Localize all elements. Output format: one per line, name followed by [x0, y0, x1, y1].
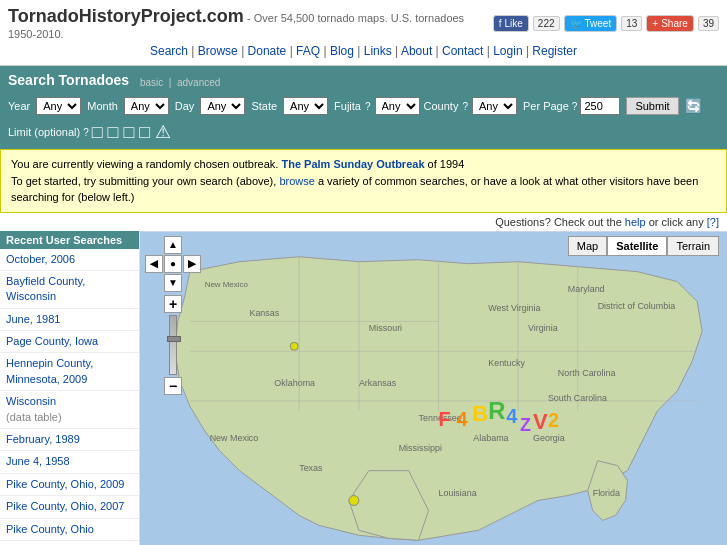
- state-select[interactable]: Any: [283, 97, 328, 115]
- info-line2: To get started, try submitting your own …: [11, 173, 716, 206]
- month-select[interactable]: Any: [124, 97, 169, 115]
- search-item-9[interactable]: Pike County, Ohio, 2009: [0, 474, 139, 496]
- svg-text:Virginia: Virginia: [528, 323, 558, 333]
- help-question-icon[interactable]: [?]: [707, 216, 719, 228]
- svg-text:R: R: [488, 396, 505, 423]
- pan-up-button[interactable]: ▲: [164, 236, 182, 254]
- county-select[interactable]: Any: [472, 97, 517, 115]
- zoom-in-button[interactable]: +: [164, 295, 182, 313]
- per-page-input[interactable]: [580, 97, 620, 115]
- search-item-7[interactable]: February, 1989: [0, 429, 139, 451]
- zoom-out-button[interactable]: −: [164, 377, 182, 395]
- state-label: State: [251, 100, 277, 112]
- per-page-label: Per Page: [523, 100, 569, 112]
- search-item-4[interactable]: Page County, Iowa: [0, 331, 139, 353]
- per-page-section: Per Page ?: [523, 97, 620, 115]
- search-item-1[interactable]: October, 2006: [0, 249, 139, 271]
- search-item-11[interactable]: Pike County, Ohio: [0, 519, 139, 541]
- year-label: Year: [8, 100, 30, 112]
- map-container[interactable]: Map Satellite Terrain: [140, 231, 727, 546]
- share-btn[interactable]: + Share: [646, 15, 694, 32]
- facebook-count: 222: [533, 16, 560, 31]
- twitter-tweet-btn[interactable]: 🐦 Tweet: [564, 15, 618, 32]
- submit-button[interactable]: Submit: [626, 97, 678, 115]
- social-buttons: f Like 222 🐦 Tweet 13 + Share 39: [493, 15, 719, 32]
- fujita-select[interactable]: Any: [375, 97, 420, 115]
- nav-blog[interactable]: Blog: [330, 44, 354, 58]
- search-item-2[interactable]: Bayfield County, Wisconsin: [0, 271, 139, 309]
- share-icon: +: [652, 18, 658, 29]
- zoom-handle[interactable]: [167, 336, 181, 342]
- search-box: Search Tornadoes basic | advanced Year A…: [0, 66, 727, 149]
- limit-icons: □ □ □ □ ⚠: [92, 121, 172, 143]
- svg-text:Kentucky: Kentucky: [488, 358, 525, 368]
- month-label: Month: [87, 100, 118, 112]
- search-basic-link[interactable]: basic: [140, 77, 163, 88]
- map-navigation-controls: ▲ ◀ ● ▶ ▼ + −: [145, 236, 201, 395]
- search-item-3[interactable]: June, 1981: [0, 309, 139, 331]
- nav-contact[interactable]: Contact: [442, 44, 483, 58]
- search-item-8[interactable]: June 4, 1958: [0, 451, 139, 473]
- nav-search[interactable]: Search: [150, 44, 188, 58]
- svg-point-41: [349, 495, 359, 505]
- pan-down-button[interactable]: ▼: [164, 274, 182, 292]
- county-help-icon[interactable]: ?: [462, 101, 468, 112]
- nav-register[interactable]: Register: [532, 44, 577, 58]
- map-type-map[interactable]: Map: [568, 236, 607, 256]
- fujita-help-icon[interactable]: ?: [365, 101, 371, 112]
- fujita-county-group: Fujita ? Any County ? Any: [334, 97, 517, 115]
- fujita-label: Fujita: [334, 100, 361, 112]
- svg-text:North Carolina: North Carolina: [558, 368, 616, 378]
- or-text: or click any: [649, 216, 707, 228]
- pan-right-button[interactable]: ▶: [183, 255, 201, 273]
- search-row: Year Any Month Any Day Any State Any Fuj…: [8, 97, 719, 143]
- search-item-5[interactable]: Hennepin County, Minnesota, 2009: [0, 353, 139, 391]
- nav-faq[interactable]: FAQ: [296, 44, 320, 58]
- day-select[interactable]: Any: [200, 97, 245, 115]
- svg-text:F: F: [438, 407, 450, 429]
- search-item-12[interactable]: July 3, 1996: [0, 541, 139, 545]
- svg-text:Texas: Texas: [299, 462, 323, 472]
- map-area: Map Satellite Terrain: [140, 231, 727, 546]
- sidebar: Recent User Searches October, 2006 Bayfi…: [0, 231, 140, 546]
- twitter-count: 13: [621, 16, 642, 31]
- pan-left-button[interactable]: ◀: [145, 255, 163, 273]
- svg-text:Georgia: Georgia: [533, 432, 565, 442]
- limit-help-icon[interactable]: ?: [83, 127, 89, 138]
- zoom-bar[interactable]: [169, 315, 177, 375]
- svg-text:4: 4: [456, 407, 467, 429]
- questions-bar: Questions? Check out the help or click a…: [0, 213, 727, 231]
- year-select[interactable]: Any: [36, 97, 81, 115]
- svg-text:West Virginia: West Virginia: [488, 303, 540, 313]
- outbreak-link[interactable]: The Palm Sunday Outbreak: [281, 158, 424, 170]
- day-label: Day: [175, 100, 195, 112]
- search-title: Search Tornadoes: [8, 72, 129, 88]
- svg-text:New Mexico: New Mexico: [205, 279, 249, 288]
- nav-donate[interactable]: Donate: [248, 44, 287, 58]
- svg-text:Z: Z: [520, 414, 531, 434]
- limit-section: Limit (optional) ? □ □ □ □ ⚠: [8, 121, 171, 143]
- nav-about[interactable]: About: [401, 44, 432, 58]
- search-item-6[interactable]: Wisconsin(data table): [0, 391, 139, 429]
- help-link[interactable]: help: [625, 216, 646, 228]
- nav-login[interactable]: Login: [493, 44, 522, 58]
- search-item-10[interactable]: Pike County, Ohio, 2007: [0, 496, 139, 518]
- svg-text:District of Columbia: District of Columbia: [598, 301, 676, 311]
- site-title: TornadoHistoryProject.com: [8, 6, 244, 26]
- per-page-help-icon[interactable]: ?: [572, 101, 578, 112]
- map-type-terrain[interactable]: Terrain: [667, 236, 719, 256]
- search-advanced-link[interactable]: advanced: [177, 77, 220, 88]
- browse-link[interactable]: browse: [279, 175, 314, 187]
- county-label: County: [424, 100, 459, 112]
- map-svg: Kansas Missouri West Virginia Virginia M…: [140, 231, 727, 546]
- header-top: TornadoHistoryProject.com - Over 54,500 …: [8, 6, 719, 41]
- nav-links: Search | Browse | Donate | FAQ | Blog | …: [8, 41, 719, 61]
- info-start2: To get started, try submitting your own …: [11, 175, 279, 187]
- facebook-like-btn[interactable]: f Like: [493, 15, 529, 32]
- nav-browse[interactable]: Browse: [198, 44, 238, 58]
- refresh-icon[interactable]: 🔄: [685, 98, 702, 114]
- map-type-satellite[interactable]: Satellite: [607, 236, 667, 256]
- recent-searches-title: Recent User Searches: [0, 231, 139, 249]
- pan-center-button[interactable]: ●: [164, 255, 182, 273]
- nav-links-link[interactable]: Links: [364, 44, 392, 58]
